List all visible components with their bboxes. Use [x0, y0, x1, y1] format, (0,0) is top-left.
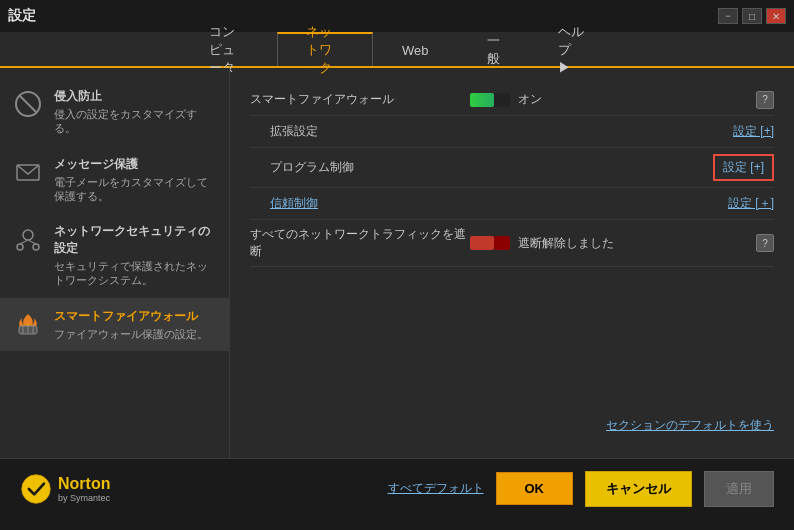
smart-firewall-help[interactable]: ?: [756, 91, 774, 109]
intrusion-title: 侵入防止: [54, 88, 217, 105]
smart-firewall-toggle[interactable]: [470, 93, 510, 107]
smart-firewall-value: オン ?: [470, 91, 774, 109]
toggle-green-part: [470, 93, 494, 107]
svg-line-6: [20, 240, 28, 244]
tab-network[interactable]: ネットワーク: [277, 32, 374, 66]
sidebar: 侵入防止 侵入の設定をカスタマイズする。 メッセージ保護 電子メールをカスタマイ…: [0, 68, 230, 458]
section-default-link[interactable]: セクションのデフォルトを使う: [606, 418, 774, 432]
tab-help[interactable]: ヘルプ ▶: [529, 32, 614, 66]
minimize-button[interactable]: －: [718, 8, 738, 24]
cancel-button[interactable]: キャンセル: [585, 471, 692, 507]
toggle-dark-part: [494, 236, 510, 250]
message-icon: [12, 156, 44, 188]
norton-text: Norton by Symantec: [58, 475, 110, 503]
toggle-red-part: [470, 236, 494, 250]
window-title: 設定: [8, 7, 36, 25]
smart-firewall-desc: ファイアウォール保護の設定。: [54, 327, 217, 341]
extended-settings-label: 拡張設定: [270, 123, 490, 140]
message-title: メッセージ保護: [54, 156, 217, 173]
norton-logo-icon: [20, 473, 52, 505]
svg-point-12: [22, 474, 50, 502]
trust-control-config-btn[interactable]: 設定 [＋]: [728, 195, 774, 212]
svg-point-3: [23, 230, 33, 240]
trust-control-label[interactable]: 信頼制御: [270, 195, 490, 212]
smart-firewall-text: スマートファイアウォール ファイアウォール保護の設定。: [54, 308, 217, 341]
network-security-desc: セキュリティで保護されたネットワークシステム。: [54, 259, 217, 288]
block-traffic-value: 遮断解除しました ?: [470, 234, 774, 252]
main-content: 侵入防止 侵入の設定をカスタマイズする。 メッセージ保護 電子メールをカスタマイ…: [0, 68, 794, 458]
smart-firewall-label: スマートファイアウォール: [250, 91, 470, 108]
program-control-value: 設定 [+]: [490, 154, 774, 181]
block-traffic-toggle[interactable]: [470, 236, 510, 250]
intrusion-desc: 侵入の設定をカスタマイズする。: [54, 107, 217, 136]
setting-row-program-control: プログラム制御 設定 [+]: [250, 148, 774, 188]
sidebar-item-network-security[interactable]: ネットワークセキュリティの設定 セキュリティで保護されたネットワークシステム。: [0, 213, 229, 298]
network-security-text: ネットワークセキュリティの設定 セキュリティで保護されたネットワークシステム。: [54, 223, 217, 288]
setting-row-smart-firewall: スマートファイアウォール オン ?: [250, 84, 774, 116]
sidebar-item-smart-firewall[interactable]: スマートファイアウォール ファイアウォール保護の設定。: [0, 298, 229, 351]
message-text: メッセージ保護 電子メールをカスタマイズして保護する。: [54, 156, 217, 204]
svg-line-7: [28, 240, 36, 244]
smart-firewall-status: オン: [518, 91, 542, 108]
setting-row-extended: 拡張設定 設定 [+]: [250, 116, 774, 148]
extended-settings-value: 設定 [+]: [490, 123, 774, 140]
norton-name: Norton: [58, 475, 110, 493]
program-control-config-btn[interactable]: 設定 [+]: [713, 154, 774, 181]
tab-computer[interactable]: コンピュータ: [180, 32, 277, 66]
window-controls: － □ ✕: [718, 8, 786, 24]
tab-bar: コンピュータ ネットワーク Web 一般 ヘルプ ▶: [0, 32, 794, 68]
footer-buttons: すべてデフォルト OK キャンセル 適用: [388, 471, 775, 507]
setting-row-trust-control: 信頼制御 設定 [＋]: [250, 188, 774, 220]
intrusion-text: 侵入防止 侵入の設定をカスタマイズする。: [54, 88, 217, 136]
intrusion-icon: [12, 88, 44, 120]
right-panel: スマートファイアウォール オン ? 拡張設定 設定 [+] プログラム制御 設定…: [230, 68, 794, 458]
program-control-label: プログラム制御: [270, 159, 490, 176]
close-button[interactable]: ✕: [766, 8, 786, 24]
section-default-area: セクションのデフォルトを使う: [250, 409, 774, 442]
tab-general[interactable]: 一般: [458, 32, 529, 66]
block-traffic-label: すべてのネットワークトラフィックを遮断: [250, 226, 470, 260]
extended-settings-config-btn[interactable]: 設定 [+]: [733, 123, 774, 140]
block-traffic-help[interactable]: ?: [756, 234, 774, 252]
toggle-black-part: [494, 93, 510, 107]
trust-control-value: 設定 [＋]: [490, 195, 774, 212]
all-default-button[interactable]: すべてデフォルト: [388, 480, 484, 497]
sidebar-item-intrusion[interactable]: 侵入防止 侵入の設定をカスタマイズする。: [0, 78, 229, 146]
svg-point-5: [33, 244, 39, 250]
title-bar: 設定 － □ ✕: [0, 0, 794, 32]
apply-button[interactable]: 適用: [704, 471, 774, 507]
smart-firewall-icon: [12, 308, 44, 340]
setting-row-block-traffic: すべてのネットワークトラフィックを遮断 遮断解除しました ?: [250, 220, 774, 267]
maximize-button[interactable]: □: [742, 8, 762, 24]
network-security-title: ネットワークセキュリティの設定: [54, 223, 217, 257]
sidebar-item-message[interactable]: メッセージ保護 電子メールをカスタマイズして保護する。: [0, 146, 229, 214]
message-desc: 電子メールをカスタマイズして保護する。: [54, 175, 217, 204]
svg-point-4: [17, 244, 23, 250]
svg-line-1: [20, 96, 36, 112]
ok-button[interactable]: OK: [496, 472, 574, 505]
block-traffic-status: 遮断解除しました: [518, 235, 614, 252]
footer: Norton by Symantec すべてデフォルト OK キャンセル 適用: [0, 458, 794, 518]
network-security-icon: [12, 223, 44, 255]
norton-sub: by Symantec: [58, 493, 110, 503]
smart-firewall-title: スマートファイアウォール: [54, 308, 217, 325]
norton-logo: Norton by Symantec: [20, 473, 110, 505]
tab-web[interactable]: Web: [373, 32, 458, 66]
